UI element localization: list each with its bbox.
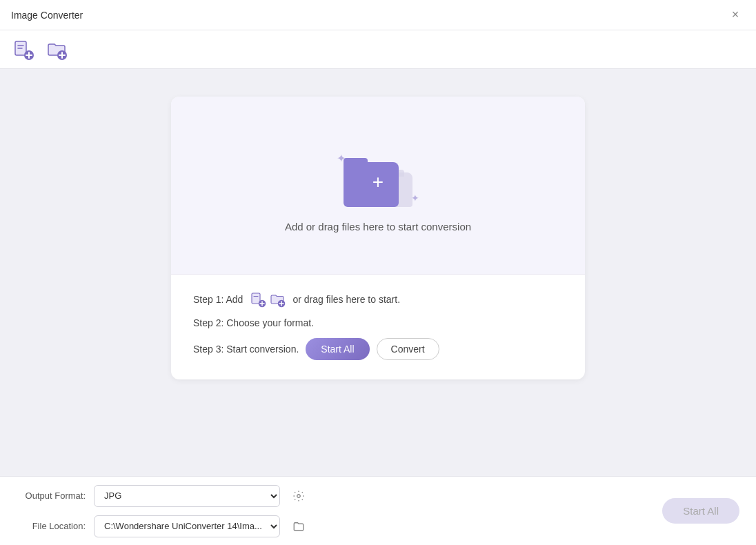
add-file-button[interactable]: [11, 37, 36, 62]
title-bar: Image Converter ×: [0, 0, 756, 30]
add-file-icon: [12, 39, 34, 61]
step-add-file-icon: [250, 291, 266, 308]
sparkle-right-icon: ✦: [411, 192, 419, 204]
output-format-label: Output Format:: [17, 490, 86, 501]
folder-main-body: +: [344, 162, 399, 207]
svg-rect-9: [252, 293, 260, 304]
start-all-bottom-button: Start All: [662, 498, 739, 524]
drop-card: + ✦ ✦ Add or drag files here to start co…: [171, 97, 585, 379]
drop-label: Add or drag files here to start conversi…: [285, 221, 471, 232]
svg-point-17: [297, 494, 301, 497]
close-button[interactable]: ×: [726, 6, 745, 25]
add-folder-button[interactable]: [44, 37, 69, 62]
start-all-button[interactable]: Start All: [306, 338, 369, 360]
step-2-row: Step 2: Choose your format.: [193, 317, 563, 328]
bottom-bar: Output Format: JPG PNG BMP GIF TIFF WEBP…: [0, 476, 756, 545]
file-location-select[interactable]: C:\Wondershare UniConverter 14\Ima...: [94, 515, 280, 537]
step-3-actions: Start All Convert: [306, 338, 439, 360]
title-bar-left: Image Converter: [11, 10, 83, 21]
step-1-row: Step 1: Add: [193, 291, 563, 308]
bottom-fields: Output Format: JPG PNG BMP GIF TIFF WEBP…: [17, 485, 309, 537]
app-title: Image Converter: [11, 10, 83, 21]
file-location-row: File Location: C:\Wondershare UniConvert…: [17, 515, 309, 537]
steps-panel: Step 1: Add: [171, 275, 585, 379]
output-format-settings-button[interactable]: [288, 486, 309, 506]
folder-plus-icon: +: [372, 172, 384, 192]
step-3-text: Step 3: Start conversion.: [193, 344, 299, 355]
sparkle-left-icon: ✦: [337, 152, 346, 165]
step-3-row: Step 3: Start conversion. Start All Conv…: [193, 338, 563, 360]
drop-area[interactable]: + ✦ ✦ Add or drag files here to start co…: [171, 97, 585, 275]
step-add-folder-icon: [269, 291, 286, 308]
toolbar: [0, 30, 756, 69]
output-format-select[interactable]: JPG PNG BMP GIF TIFF WEBP: [94, 485, 280, 507]
folder-illustration: + ✦ ✦: [337, 138, 419, 207]
file-location-label: File Location:: [17, 521, 86, 531]
step-1-suffix: or drag files here to start.: [292, 294, 400, 305]
open-folder-icon: [292, 520, 305, 533]
add-folder-icon: [46, 39, 68, 61]
step-2-text: Step 2: Choose your format.: [193, 317, 314, 328]
step-1-text: Step 1: Add: [193, 294, 243, 305]
output-format-row: Output Format: JPG PNG BMP GIF TIFF WEBP: [17, 485, 309, 507]
file-location-folder-button[interactable]: [288, 516, 309, 537]
main-content: + ✦ ✦ Add or drag files here to start co…: [0, 69, 756, 476]
step-1-icons: [250, 291, 286, 308]
settings-icon: [292, 490, 305, 502]
convert-button[interactable]: Convert: [377, 338, 439, 360]
